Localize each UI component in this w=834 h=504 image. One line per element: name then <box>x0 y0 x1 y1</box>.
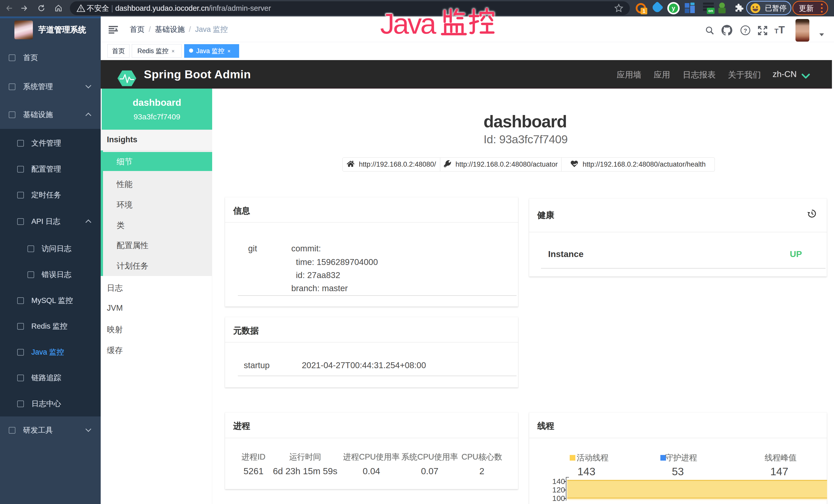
svg-text:?: ? <box>744 27 747 34</box>
